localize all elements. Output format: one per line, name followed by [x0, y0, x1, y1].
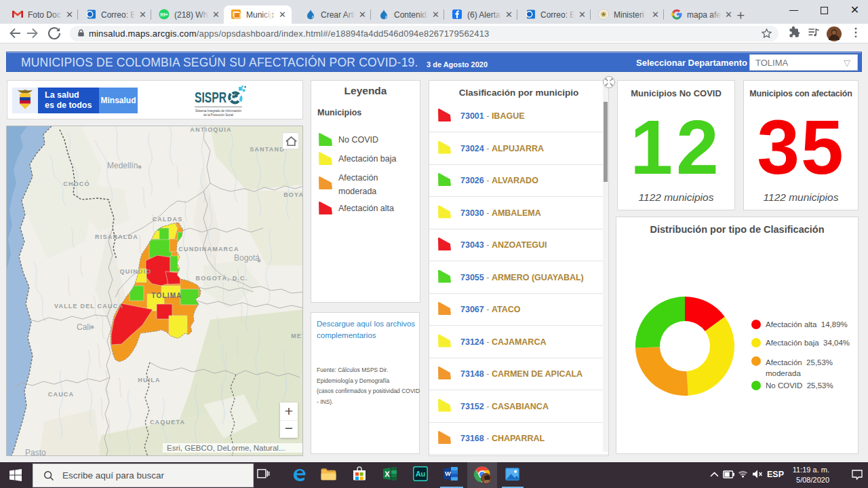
svg-text:CAUCA: CAUCA: [48, 391, 75, 398]
svg-text:de la Protección Social: de la Protección Social: [203, 113, 233, 117]
svg-text:CALDAS: CALDAS: [153, 216, 183, 223]
svg-text:SANTAND: SANTAND: [250, 146, 285, 153]
svg-text:Au: Au: [416, 470, 426, 478]
svg-text:HUILA: HUILA: [138, 377, 161, 383]
svg-text:Pasto: Pasto: [25, 448, 46, 456]
svg-text:BOYAC: BOYAC: [283, 191, 303, 198]
svg-text:ANTIOQUIA: ANTIOQUIA: [190, 126, 231, 133]
svg-text:Bogotá: Bogotá: [234, 253, 260, 263]
svg-text:Cali: Cali: [77, 322, 91, 332]
svg-text:BOGOTÁ, D.C.: BOGOTÁ, D.C.: [196, 275, 248, 282]
svg-text:Esri, GEBCO, DeLorme, Natural.: Esri, GEBCO, DeLorme, Natural...: [167, 444, 285, 452]
svg-text:CHOCÓ: CHOCÓ: [63, 180, 90, 187]
svg-text:RISARALDA: RISARALDA: [95, 233, 138, 240]
svg-text:CAQUETA: CAQUETA: [150, 419, 185, 426]
svg-text:META: META: [291, 333, 303, 339]
svg-text:Medellín: Medellín: [107, 161, 138, 170]
svg-text:TOLIMA: TOLIMA: [151, 292, 182, 299]
svg-text:SISPR: SISPR: [195, 89, 226, 106]
svg-text:99+: 99+: [160, 12, 168, 17]
svg-text:VALLE DEL CAUCA: VALLE DEL CAUCA: [54, 303, 123, 309]
svg-text:QUINDIO: QUINDIO: [120, 268, 152, 275]
svg-text:CUNDINAMARCA: CUNDINAMARCA: [178, 246, 239, 252]
